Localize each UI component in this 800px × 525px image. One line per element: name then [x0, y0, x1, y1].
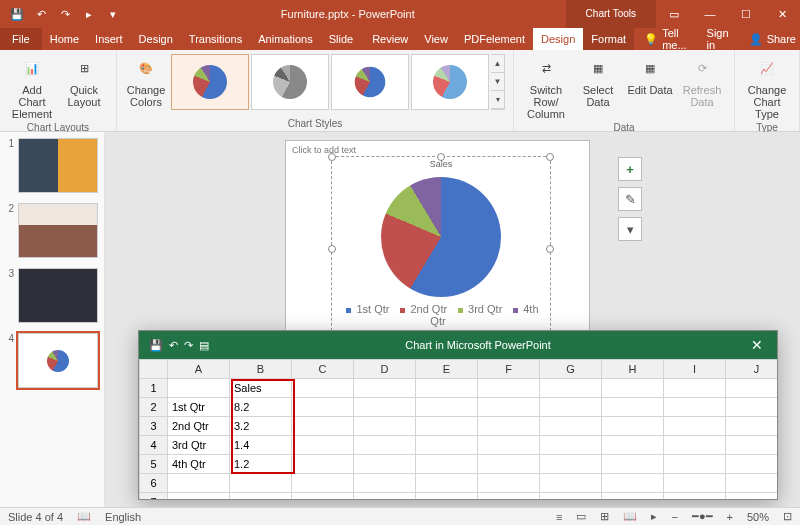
cell[interactable] — [540, 493, 602, 500]
zoom-out-icon[interactable]: − — [671, 511, 677, 523]
cell[interactable] — [602, 474, 664, 493]
tab-animations[interactable]: Animations — [250, 28, 320, 50]
cell[interactable] — [416, 417, 478, 436]
cell[interactable] — [168, 474, 230, 493]
save-icon[interactable]: 💾 — [6, 3, 28, 25]
cell[interactable]: 3.2 — [230, 417, 292, 436]
slide-thumb-3[interactable] — [18, 268, 98, 323]
excel-customize-icon[interactable]: ▤ — [199, 339, 209, 352]
minimize-icon[interactable]: — — [692, 0, 728, 28]
cell[interactable] — [478, 379, 540, 398]
zoom-level[interactable]: 50% — [747, 511, 769, 523]
row-header[interactable]: 1 — [140, 379, 168, 398]
slide-thumb-4[interactable] — [18, 333, 98, 388]
notes-button[interactable]: ≡ — [556, 511, 562, 523]
cell[interactable] — [602, 436, 664, 455]
chart-object[interactable]: Sales 1st Qtr 2nd Qtr 3rd Qtr 4th Qtr — [331, 156, 551, 341]
reading-view-icon[interactable]: 📖 — [623, 510, 637, 523]
col-header[interactable]: G — [540, 360, 602, 379]
col-header[interactable]: C — [292, 360, 354, 379]
qat-more-icon[interactable]: ▾ — [102, 3, 124, 25]
select-all-cell[interactable] — [140, 360, 168, 379]
cell[interactable]: Sales — [230, 379, 292, 398]
cell[interactable] — [230, 474, 292, 493]
slide-thumb-2[interactable] — [18, 203, 98, 258]
cell[interactable] — [726, 493, 778, 500]
cell[interactable] — [540, 379, 602, 398]
cell[interactable] — [602, 398, 664, 417]
cell[interactable] — [416, 493, 478, 500]
zoom-slider[interactable]: ━●━ — [692, 510, 713, 523]
col-header[interactable]: F — [478, 360, 540, 379]
tab-home[interactable]: Home — [42, 28, 87, 50]
cell[interactable] — [292, 417, 354, 436]
close-icon[interactable]: ✕ — [764, 0, 800, 28]
cell[interactable] — [540, 455, 602, 474]
row-header[interactable]: 5 — [140, 455, 168, 474]
gallery-down-icon[interactable]: ▼ — [491, 73, 504, 91]
cell[interactable] — [292, 436, 354, 455]
language-indicator[interactable]: English — [105, 511, 141, 523]
cell[interactable] — [602, 379, 664, 398]
cell[interactable] — [726, 379, 778, 398]
row-header[interactable]: 2 — [140, 398, 168, 417]
cell[interactable] — [726, 417, 778, 436]
cell[interactable] — [354, 493, 416, 500]
row-header[interactable]: 3 — [140, 417, 168, 436]
row-header[interactable]: 4 — [140, 436, 168, 455]
cell[interactable] — [416, 398, 478, 417]
tab-chart-design[interactable]: Design — [533, 28, 583, 50]
quick-layout-button[interactable]: ⊞Quick Layout — [60, 54, 108, 108]
col-header[interactable]: B — [230, 360, 292, 379]
cell[interactable] — [540, 436, 602, 455]
cell[interactable] — [664, 436, 726, 455]
cell[interactable] — [664, 398, 726, 417]
start-slideshow-icon[interactable]: ▸ — [78, 3, 100, 25]
cell[interactable] — [726, 474, 778, 493]
cell[interactable] — [664, 474, 726, 493]
switch-row-column-button[interactable]: ⇄Switch Row/ Column — [522, 54, 570, 120]
spell-check-icon[interactable]: 📖 — [77, 510, 91, 523]
sorter-view-icon[interactable]: ⊞ — [600, 510, 609, 523]
cell[interactable] — [540, 474, 602, 493]
select-data-button[interactable]: ▦Select Data — [574, 54, 622, 108]
zoom-in-icon[interactable]: + — [727, 511, 733, 523]
cell[interactable] — [602, 417, 664, 436]
cell[interactable] — [230, 493, 292, 500]
tab-view[interactable]: View — [416, 28, 456, 50]
cell[interactable] — [354, 474, 416, 493]
tab-insert[interactable]: Insert — [87, 28, 131, 50]
tab-slide-show[interactable]: Slide Show — [321, 28, 365, 50]
cell[interactable] — [416, 379, 478, 398]
cell[interactable]: 8.2 — [230, 398, 292, 417]
cell[interactable]: 3rd Qtr — [168, 436, 230, 455]
cell[interactable] — [664, 379, 726, 398]
col-header[interactable]: I — [664, 360, 726, 379]
change-chart-type-button[interactable]: 📈Change Chart Type — [743, 54, 791, 120]
tab-file[interactable]: File — [0, 28, 42, 50]
cell[interactable] — [354, 455, 416, 474]
cell[interactable] — [540, 398, 602, 417]
redo-icon[interactable]: ↷ — [54, 3, 76, 25]
cell[interactable] — [726, 398, 778, 417]
ribbon-options-icon[interactable]: ▭ — [656, 0, 692, 28]
cell[interactable]: 1.4 — [230, 436, 292, 455]
excel-undo-icon[interactable]: ↶ — [169, 339, 178, 352]
slide-indicator[interactable]: Slide 4 of 4 — [8, 511, 63, 523]
excel-close-icon[interactable]: ✕ — [737, 337, 777, 353]
row-header[interactable]: 7 — [140, 493, 168, 500]
tab-chart-format[interactable]: Format — [583, 28, 634, 50]
maximize-icon[interactable]: ☐ — [728, 0, 764, 28]
cell[interactable] — [354, 436, 416, 455]
cell[interactable]: 2nd Qtr — [168, 417, 230, 436]
col-header[interactable]: A — [168, 360, 230, 379]
cell[interactable] — [354, 398, 416, 417]
chart-styles-button[interactable]: ✎ — [618, 187, 642, 211]
cell[interactable] — [664, 455, 726, 474]
cell[interactable]: 1st Qtr — [168, 398, 230, 417]
cell[interactable] — [292, 379, 354, 398]
cell[interactable] — [478, 455, 540, 474]
cell[interactable] — [478, 493, 540, 500]
gallery-up-icon[interactable]: ▲ — [491, 55, 504, 73]
tab-review[interactable]: Review — [364, 28, 416, 50]
